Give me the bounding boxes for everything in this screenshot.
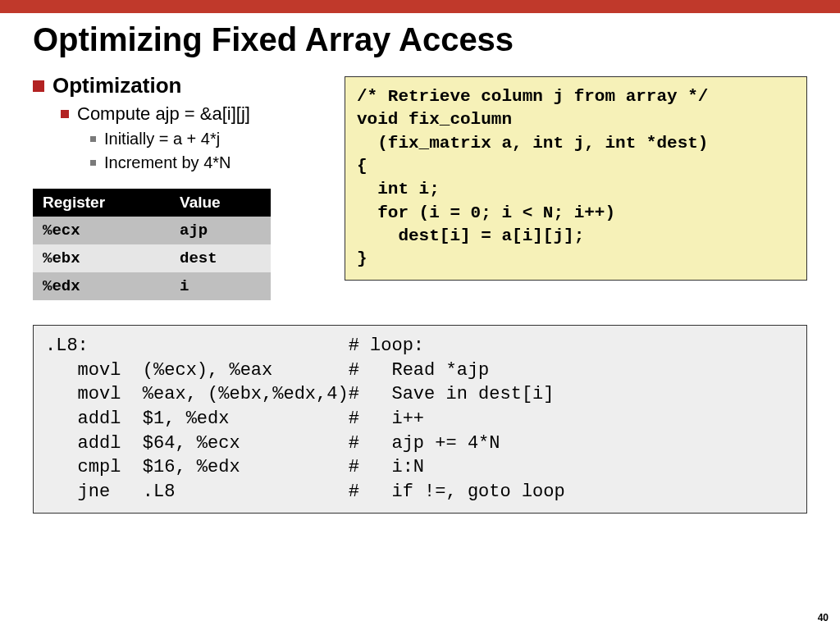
table-cell: %ecx <box>33 217 170 244</box>
assembly-code-block: .L8: # loop: movl (%ecx), %eax # Read *a… <box>33 325 807 514</box>
right-column: /* Retrieve column j from array */ void … <box>345 73 807 281</box>
bullet-level-1: Optimization <box>33 73 320 98</box>
table-cell: dest <box>170 244 271 272</box>
table-header: Register <box>33 189 170 217</box>
square-bullet-icon <box>90 160 96 166</box>
left-column: Optimization Compute ajp = &a[i][j] Init… <box>33 73 320 300</box>
table-cell: ajp <box>170 217 271 244</box>
table-header: Value <box>170 189 271 217</box>
square-bullet-icon <box>61 110 69 118</box>
slide-title: Optimizing Fixed Array Access <box>33 21 807 58</box>
bullet-text: Increment by 4*N <box>104 153 231 172</box>
table-cell: %ebx <box>33 244 170 272</box>
slide-body: Optimizing Fixed Array Access Optimizati… <box>0 13 840 514</box>
table-cell: %edx <box>33 272 170 300</box>
bullet-text: Initially = a + 4*j <box>104 130 220 148</box>
bullet-text: Optimization <box>52 73 181 98</box>
bullet-level-2: Compute ajp = &a[i][j] <box>61 103 320 125</box>
square-bullet-icon <box>33 80 44 92</box>
header-bar <box>0 0 840 13</box>
table-header-row: Register Value <box>33 189 271 217</box>
content-columns: Optimization Compute ajp = &a[i][j] Init… <box>33 73 807 300</box>
square-bullet-icon <box>90 136 96 142</box>
register-table: Register Value %ecx ajp %ebx dest %edx <box>33 189 271 300</box>
page-number: 40 <box>818 612 829 623</box>
bullet-level-3: Increment by 4*N <box>90 153 320 172</box>
bullet-level-3: Initially = a + 4*j <box>90 130 320 148</box>
bullet-text: Compute ajp = &a[i][j] <box>77 103 250 125</box>
c-code-block: /* Retrieve column j from array */ void … <box>345 76 807 281</box>
table-row: %edx i <box>33 272 271 300</box>
table-row: %ecx ajp <box>33 217 271 244</box>
table-cell: i <box>170 272 271 300</box>
table-row: %ebx dest <box>33 244 271 272</box>
